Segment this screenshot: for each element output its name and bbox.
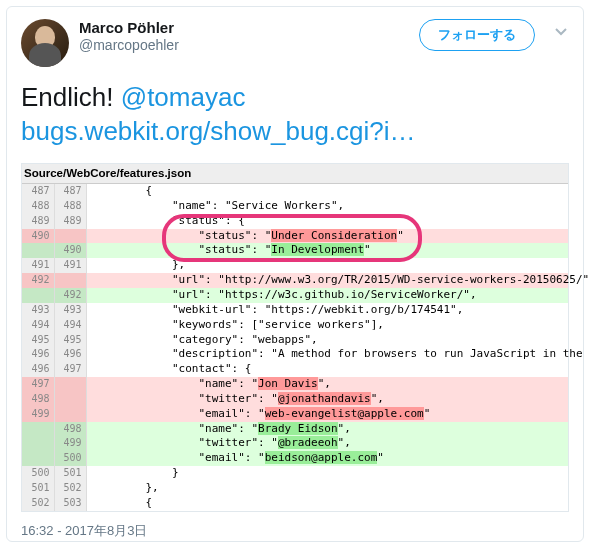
diff-row: 488488 "name": "Service Workers", bbox=[22, 199, 568, 214]
line-new: 493 bbox=[54, 303, 86, 318]
line-new: 498 bbox=[54, 422, 86, 437]
code-cell: "keywords": ["service workers"], bbox=[86, 318, 568, 333]
diff-highlight: beidson@apple.com bbox=[265, 451, 378, 464]
line-old: 497 bbox=[22, 377, 54, 392]
diff-highlight: Jon Davis bbox=[258, 377, 318, 390]
line-new: 491 bbox=[54, 258, 86, 273]
line-old bbox=[22, 288, 54, 303]
code-cell: "category": "webapps", bbox=[86, 333, 568, 348]
line-old: 496 bbox=[22, 347, 54, 362]
code-cell: "description": "A method for browsers to… bbox=[86, 347, 568, 362]
line-new: 503 bbox=[54, 496, 86, 511]
code-cell: "status": "In Development" bbox=[86, 243, 568, 258]
line-old: 496 bbox=[22, 362, 54, 377]
diff-row: 491491 }, bbox=[22, 258, 568, 273]
diff-row: 497 "name": "Jon Davis", bbox=[22, 377, 568, 392]
code-cell: "status": "Under Consideration" bbox=[86, 229, 568, 244]
diff-row: 496497 "contact": { bbox=[22, 362, 568, 377]
diff-highlight: In Development bbox=[271, 243, 364, 256]
code-cell: { bbox=[86, 184, 568, 199]
line-new bbox=[54, 273, 86, 288]
handle: @marcopoehler bbox=[79, 37, 409, 54]
line-old bbox=[22, 422, 54, 437]
follow-button[interactable]: フォローする bbox=[419, 19, 535, 51]
diff-row: 489489 "status": { bbox=[22, 214, 568, 229]
diff-highlight: web-evangelist@apple.com bbox=[265, 407, 424, 420]
diff-row: 487487 { bbox=[22, 184, 568, 199]
diff-row: 499 "email": "web-evangelist@apple.com" bbox=[22, 407, 568, 422]
code-cell: "twitter": "@jonathandavis", bbox=[86, 392, 568, 407]
line-new: 499 bbox=[54, 436, 86, 451]
code-cell: "email": "web-evangelist@apple.com" bbox=[86, 407, 568, 422]
diff-row: 494494 "keywords": ["service workers"], bbox=[22, 318, 568, 333]
line-new: 487 bbox=[54, 184, 86, 199]
line-new: 489 bbox=[54, 214, 86, 229]
line-old: 502 bbox=[22, 496, 54, 511]
line-old: 493 bbox=[22, 303, 54, 318]
diff-row: 498 "twitter": "@jonathandavis", bbox=[22, 392, 568, 407]
tweet-card: Marco Pöhler @marcopoehler フォローする Endlic… bbox=[6, 6, 584, 542]
line-old: 491 bbox=[22, 258, 54, 273]
line-new bbox=[54, 377, 86, 392]
code-cell: "url": "https://w3c.github.io/ServiceWor… bbox=[86, 288, 568, 303]
code-cell: "twitter": "@bradeeoh", bbox=[86, 436, 568, 451]
code-cell: "webkit-url": "https://webkit.org/b/1745… bbox=[86, 303, 568, 318]
diff-embed: Source/WebCore/features.json 487487 {488… bbox=[21, 163, 569, 512]
code-cell: "status": { bbox=[86, 214, 568, 229]
diff-highlight: Brady Eidson bbox=[258, 422, 337, 435]
line-new: 497 bbox=[54, 362, 86, 377]
line-old: 494 bbox=[22, 318, 54, 333]
tweet-header: Marco Pöhler @marcopoehler フォローする bbox=[21, 19, 569, 67]
code-cell: { bbox=[86, 496, 568, 511]
diff-row: 495495 "category": "webapps", bbox=[22, 333, 568, 348]
line-old: 490 bbox=[22, 229, 54, 244]
code-cell: } bbox=[86, 466, 568, 481]
line-new: 500 bbox=[54, 451, 86, 466]
line-new bbox=[54, 392, 86, 407]
code-cell: "contact": { bbox=[86, 362, 568, 377]
code-cell: "name": "Service Workers", bbox=[86, 199, 568, 214]
diff-row: 500501 } bbox=[22, 466, 568, 481]
tweet-lead: Endlich! bbox=[21, 82, 121, 112]
diff-row: 490 "status": "Under Consideration" bbox=[22, 229, 568, 244]
code-cell: "url": "http://www.w3.org/TR/2015/WD-ser… bbox=[86, 273, 568, 288]
line-new: 502 bbox=[54, 481, 86, 496]
diff-row: 492 "url": "http://www.w3.org/TR/2015/WD… bbox=[22, 273, 568, 288]
line-old: 487 bbox=[22, 184, 54, 199]
line-new: 496 bbox=[54, 347, 86, 362]
diff-row: 502503 { bbox=[22, 496, 568, 511]
code-cell: "name": "Brady Eidson", bbox=[86, 422, 568, 437]
diff-row: 499 "twitter": "@bradeeoh", bbox=[22, 436, 568, 451]
line-new: 488 bbox=[54, 199, 86, 214]
diff-row: 490 "status": "In Development" bbox=[22, 243, 568, 258]
diff-highlight: @jonathandavis bbox=[278, 392, 371, 405]
line-new: 495 bbox=[54, 333, 86, 348]
line-new bbox=[54, 407, 86, 422]
code-cell: }, bbox=[86, 258, 568, 273]
chevron-down-icon[interactable] bbox=[545, 19, 569, 43]
tweet-url[interactable]: bugs.webkit.org/show_bug.cgi?i… bbox=[21, 116, 416, 146]
code-cell: }, bbox=[86, 481, 568, 496]
mention-link[interactable]: @tomayac bbox=[121, 82, 246, 112]
file-header: Source/WebCore/features.json bbox=[22, 164, 568, 185]
diff-row: 496496 "description": "A method for brow… bbox=[22, 347, 568, 362]
line-old: 488 bbox=[22, 199, 54, 214]
line-old: 501 bbox=[22, 481, 54, 496]
code-cell: "name": "Jon Davis", bbox=[86, 377, 568, 392]
diff-row: 500 "email": "beidson@apple.com" bbox=[22, 451, 568, 466]
author-names[interactable]: Marco Pöhler @marcopoehler bbox=[79, 19, 409, 54]
diff-row: 501502 }, bbox=[22, 481, 568, 496]
line-new: 492 bbox=[54, 288, 86, 303]
diff-row: 492 "url": "https://w3c.github.io/Servic… bbox=[22, 288, 568, 303]
avatar[interactable] bbox=[21, 19, 69, 67]
diff-table: 487487 {488488 "name": "Service Workers"… bbox=[22, 184, 568, 511]
line-old: 489 bbox=[22, 214, 54, 229]
line-old: 492 bbox=[22, 273, 54, 288]
line-old: 495 bbox=[22, 333, 54, 348]
tweet-text: Endlich! @tomayac bugs.webkit.org/show_b… bbox=[21, 81, 569, 149]
code-cell: "email": "beidson@apple.com" bbox=[86, 451, 568, 466]
line-new bbox=[54, 229, 86, 244]
line-old bbox=[22, 243, 54, 258]
line-new: 494 bbox=[54, 318, 86, 333]
timestamp[interactable]: 16:32 - 2017年8月3日 bbox=[21, 522, 569, 540]
